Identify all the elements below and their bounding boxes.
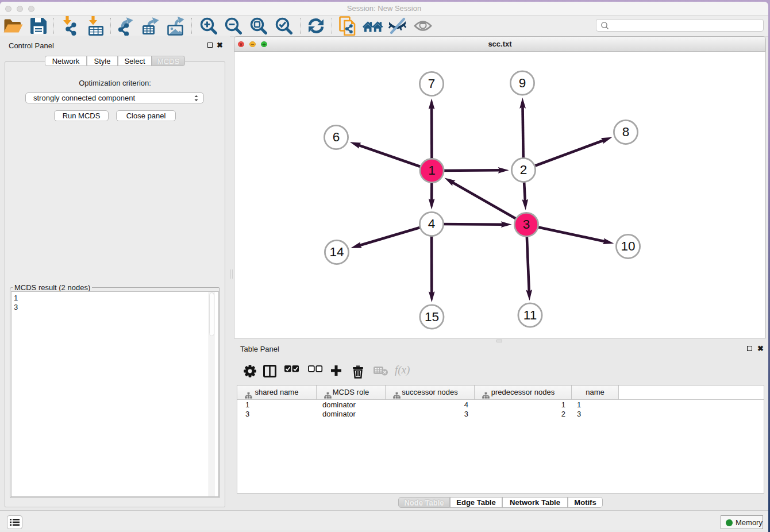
svg-text:9: 9 xyxy=(519,76,526,90)
svg-text:4: 4 xyxy=(428,217,436,231)
svg-text:2: 2 xyxy=(520,163,528,177)
svg-text:15: 15 xyxy=(425,310,439,324)
svg-text:3: 3 xyxy=(523,217,530,232)
svg-text:7: 7 xyxy=(428,76,436,91)
svg-text:14: 14 xyxy=(329,245,344,259)
svg-text:1: 1 xyxy=(428,163,436,178)
svg-text:10: 10 xyxy=(621,239,635,253)
svg-text:11: 11 xyxy=(523,308,537,322)
svg-text:6: 6 xyxy=(333,130,340,144)
svg-text:8: 8 xyxy=(622,125,630,139)
